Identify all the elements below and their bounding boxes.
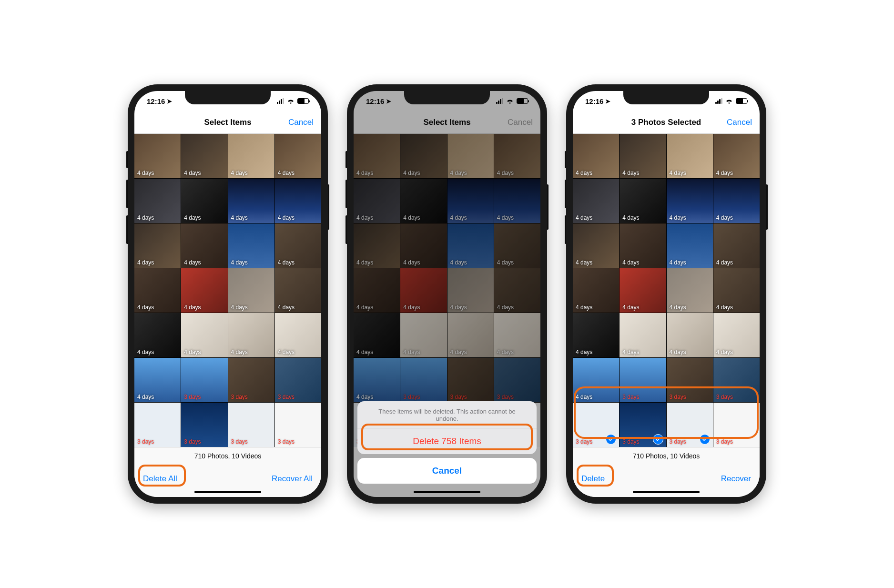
- page-title: Select Items: [204, 118, 251, 127]
- days-remaining-label: 4 days: [184, 349, 201, 355]
- photo-thumbnail[interactable]: 3 days: [713, 358, 760, 402]
- photo-thumbnail[interactable]: 4 days: [713, 313, 760, 357]
- days-remaining-label: 3 days: [670, 438, 686, 445]
- days-remaining-label: 4 days: [576, 214, 592, 221]
- days-remaining-label: 4 days: [716, 170, 733, 176]
- delete-button[interactable]: Delete: [581, 474, 605, 484]
- days-remaining-label: 4 days: [622, 349, 639, 355]
- screen-1: 12:16➤ Select Items Cancel 4 days4 days4…: [134, 91, 321, 497]
- photo-thumbnail[interactable]: 4 days: [573, 134, 619, 178]
- days-remaining-label: 4 days: [184, 259, 201, 266]
- photo-thumbnail[interactable]: 4 days: [134, 179, 181, 223]
- photo-thumbnail[interactable]: 4 days: [134, 313, 181, 357]
- days-remaining-label: 3 days: [622, 438, 639, 445]
- days-remaining-label: 4 days: [576, 304, 592, 311]
- photo-thumbnail[interactable]: 4 days: [134, 134, 181, 178]
- photo-thumbnail[interactable]: 4 days: [713, 268, 760, 313]
- photo-grid[interactable]: 4 days4 days4 days4 days4 days4 days4 da…: [573, 134, 760, 447]
- photo-thumbnail[interactable]: 4 days: [667, 223, 713, 268]
- days-remaining-label: 4 days: [278, 214, 295, 221]
- days-remaining-label: 3 days: [716, 438, 733, 445]
- photo-thumbnail[interactable]: 4 days: [134, 268, 181, 313]
- photo-thumbnail[interactable]: 4 days: [275, 223, 321, 268]
- photo-thumbnail[interactable]: 3 days: [275, 403, 321, 447]
- photo-thumbnail[interactable]: 3 days: [620, 403, 666, 447]
- photo-thumbnail[interactable]: 4 days: [620, 134, 666, 178]
- days-remaining-label: 4 days: [137, 259, 154, 266]
- photo-thumbnail[interactable]: 4 days: [228, 134, 274, 178]
- days-remaining-label: 4 days: [622, 214, 639, 221]
- photo-thumbnail[interactable]: 4 days: [713, 179, 760, 223]
- photo-thumbnail[interactable]: 4 days: [620, 179, 666, 223]
- photo-thumbnail[interactable]: 4 days: [228, 179, 274, 223]
- days-remaining-label: 4 days: [231, 259, 248, 266]
- photo-thumbnail[interactable]: 3 days: [667, 358, 713, 402]
- delete-items-button[interactable]: Delete 758 Items: [357, 428, 537, 454]
- photo-thumbnail[interactable]: 4 days: [275, 313, 321, 357]
- days-remaining-label: 3 days: [137, 438, 154, 445]
- days-remaining-label: 4 days: [716, 259, 733, 266]
- photo-thumbnail[interactable]: 4 days: [134, 223, 181, 268]
- item-count-label: 710 Photos, 10 Videos: [143, 452, 313, 474]
- days-remaining-label: 4 days: [231, 304, 248, 311]
- wifi-icon: [725, 97, 733, 105]
- photo-thumbnail[interactable]: 4 days: [181, 223, 227, 268]
- photo-thumbnail[interactable]: 4 days: [181, 313, 227, 357]
- photo-thumbnail[interactable]: 4 days: [228, 268, 274, 313]
- photo-thumbnail[interactable]: 4 days: [228, 223, 274, 268]
- photo-thumbnail[interactable]: 4 days: [667, 179, 713, 223]
- photo-thumbnail[interactable]: 3 days: [667, 403, 713, 447]
- photo-thumbnail[interactable]: 3 days: [181, 403, 227, 447]
- photo-thumbnail[interactable]: 4 days: [667, 134, 713, 178]
- photo-thumbnail[interactable]: 4 days: [620, 313, 666, 357]
- home-indicator[interactable]: [194, 491, 261, 493]
- days-remaining-label: 4 days: [137, 304, 154, 311]
- photo-thumbnail[interactable]: 4 days: [573, 179, 619, 223]
- photo-thumbnail[interactable]: 3 days: [620, 358, 666, 402]
- photo-thumbnail[interactable]: 4 days: [181, 268, 227, 313]
- cancel-button[interactable]: Cancel: [288, 118, 314, 127]
- photo-thumbnail[interactable]: 4 days: [181, 134, 227, 178]
- days-remaining-label: 4 days: [670, 170, 686, 176]
- days-remaining-label: 4 days: [184, 304, 201, 311]
- photo-thumbnail[interactable]: 4 days: [181, 179, 227, 223]
- days-remaining-label: 3 days: [622, 394, 639, 400]
- days-remaining-label: 4 days: [231, 170, 248, 176]
- photo-thumbnail[interactable]: 3 days: [134, 403, 181, 447]
- selected-check-icon: [653, 434, 663, 445]
- photo-thumbnail[interactable]: 4 days: [275, 179, 321, 223]
- photo-thumbnail[interactable]: 4 days: [667, 268, 713, 313]
- delete-all-button[interactable]: Delete All: [143, 474, 177, 484]
- photo-thumbnail[interactable]: 4 days: [713, 134, 760, 178]
- photo-thumbnail[interactable]: 4 days: [134, 358, 181, 402]
- signal-icon: [277, 98, 284, 104]
- photo-thumbnail[interactable]: 4 days: [573, 358, 619, 402]
- home-indicator[interactable]: [633, 491, 700, 493]
- photo-thumbnail[interactable]: 4 days: [667, 313, 713, 357]
- photo-thumbnail[interactable]: 3 days: [228, 358, 274, 402]
- photo-thumbnail[interactable]: 3 days: [713, 403, 760, 447]
- recover-all-button[interactable]: Recover All: [272, 474, 313, 484]
- home-indicator[interactable]: [414, 491, 480, 493]
- sheet-cancel-button[interactable]: Cancel: [357, 458, 537, 484]
- days-remaining-label: 4 days: [716, 214, 733, 221]
- photo-thumbnail[interactable]: 4 days: [573, 268, 619, 313]
- photo-thumbnail[interactable]: 4 days: [275, 268, 321, 313]
- photo-thumbnail[interactable]: 4 days: [275, 134, 321, 178]
- photo-grid[interactable]: 4 days4 days4 days4 days4 days4 days4 da…: [134, 134, 321, 447]
- photo-thumbnail[interactable]: 4 days: [573, 223, 619, 268]
- photo-thumbnail[interactable]: 3 days: [181, 358, 227, 402]
- status-time: 12:16: [147, 97, 165, 105]
- cancel-button[interactable]: Cancel: [727, 118, 752, 127]
- days-remaining-label: 3 days: [278, 394, 295, 400]
- photo-thumbnail[interactable]: 4 days: [620, 223, 666, 268]
- recover-button[interactable]: Recover: [721, 474, 751, 484]
- page-title: 3 Photos Selected: [631, 118, 701, 127]
- photo-thumbnail[interactable]: 3 days: [228, 403, 274, 447]
- photo-thumbnail[interactable]: 3 days: [275, 358, 321, 402]
- photo-thumbnail[interactable]: 4 days: [573, 313, 619, 357]
- photo-thumbnail[interactable]: 4 days: [713, 223, 760, 268]
- photo-thumbnail[interactable]: 3 days: [573, 403, 619, 447]
- photo-thumbnail[interactable]: 4 days: [228, 313, 274, 357]
- photo-thumbnail[interactable]: 4 days: [620, 268, 666, 313]
